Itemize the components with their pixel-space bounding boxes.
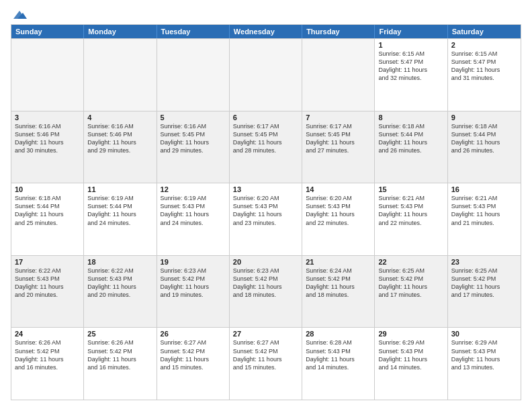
- calendar-cell: 14Sunrise: 6:20 AMSunset: 5:43 PMDayligh…: [302, 183, 375, 255]
- logo: [11, 11, 27, 17]
- cell-info: Sunrise: 6:29 AMSunset: 5:43 PMDaylight:…: [378, 338, 443, 371]
- cell-info: Sunrise: 6:17 AMSunset: 5:45 PMDaylight:…: [306, 122, 371, 155]
- day-number: 27: [233, 330, 298, 338]
- cell-info: Sunrise: 6:21 AMSunset: 5:43 PMDaylight:…: [451, 194, 517, 227]
- cell-info: Sunrise: 6:21 AMSunset: 5:43 PMDaylight:…: [378, 194, 443, 227]
- cell-info: Sunrise: 6:19 AMSunset: 5:43 PMDaylight:…: [161, 194, 226, 227]
- day-number: 9: [451, 113, 517, 122]
- day-number: 10: [15, 185, 80, 193]
- calendar-cell: 29Sunrise: 6:29 AMSunset: 5:43 PMDayligh…: [375, 328, 447, 400]
- cell-info: Sunrise: 6:17 AMSunset: 5:45 PMDaylight:…: [233, 122, 298, 155]
- calendar-cell: 30Sunrise: 6:29 AMSunset: 5:43 PMDayligh…: [448, 328, 521, 400]
- cell-info: Sunrise: 6:20 AMSunset: 5:43 PMDaylight:…: [233, 194, 298, 227]
- calendar-cell: 9Sunrise: 6:18 AMSunset: 5:44 PMDaylight…: [448, 111, 521, 183]
- calendar-cell: 2Sunrise: 6:15 AMSunset: 5:47 PMDaylight…: [448, 39, 521, 111]
- calendar-body: 1Sunrise: 6:15 AMSunset: 5:47 PMDaylight…: [11, 38, 521, 400]
- cell-info: Sunrise: 6:28 AMSunset: 5:43 PMDaylight:…: [306, 338, 371, 371]
- day-number: 30: [451, 330, 517, 338]
- cell-info: Sunrise: 6:20 AMSunset: 5:43 PMDaylight:…: [306, 194, 371, 227]
- cell-info: Sunrise: 6:19 AMSunset: 5:44 PMDaylight:…: [87, 194, 152, 227]
- day-number: 4: [87, 113, 152, 122]
- calendar-cell: 11Sunrise: 6:19 AMSunset: 5:44 PMDayligh…: [84, 183, 157, 255]
- cell-info: Sunrise: 6:16 AMSunset: 5:46 PMDaylight:…: [15, 122, 80, 155]
- logo-icon: [12, 9, 27, 20]
- header-day-monday: Monday: [84, 25, 157, 38]
- day-number: 11: [87, 185, 152, 193]
- day-number: 21: [306, 258, 371, 266]
- calendar-row-2: 3Sunrise: 6:16 AMSunset: 5:46 PMDaylight…: [11, 111, 521, 183]
- cell-info: Sunrise: 6:22 AMSunset: 5:43 PMDaylight:…: [15, 267, 80, 300]
- cell-info: Sunrise: 6:16 AMSunset: 5:46 PMDaylight:…: [87, 122, 152, 155]
- cell-info: Sunrise: 6:25 AMSunset: 5:42 PMDaylight:…: [451, 267, 517, 300]
- calendar-cell: 25Sunrise: 6:26 AMSunset: 5:42 PMDayligh…: [84, 328, 157, 400]
- cell-info: Sunrise: 6:27 AMSunset: 5:42 PMDaylight:…: [161, 338, 226, 371]
- day-number: 6: [233, 113, 298, 122]
- calendar-cell: 10Sunrise: 6:18 AMSunset: 5:44 PMDayligh…: [11, 183, 84, 255]
- day-number: 26: [161, 330, 226, 338]
- calendar-cell: 4Sunrise: 6:16 AMSunset: 5:46 PMDaylight…: [84, 111, 157, 183]
- header-day-thursday: Thursday: [302, 25, 375, 38]
- cell-info: Sunrise: 6:22 AMSunset: 5:43 PMDaylight:…: [87, 267, 152, 300]
- calendar-cell: 17Sunrise: 6:22 AMSunset: 5:43 PMDayligh…: [11, 256, 84, 328]
- day-number: 12: [161, 185, 226, 193]
- calendar-cell: 8Sunrise: 6:18 AMSunset: 5:44 PMDaylight…: [375, 111, 447, 183]
- cell-info: Sunrise: 6:24 AMSunset: 5:42 PMDaylight:…: [306, 267, 371, 300]
- cell-info: Sunrise: 6:16 AMSunset: 5:45 PMDaylight:…: [161, 122, 226, 155]
- calendar-cell: 13Sunrise: 6:20 AMSunset: 5:43 PMDayligh…: [230, 183, 302, 255]
- day-number: 15: [378, 185, 443, 193]
- cell-info: Sunrise: 6:26 AMSunset: 5:42 PMDaylight:…: [15, 338, 80, 371]
- calendar-cell: 3Sunrise: 6:16 AMSunset: 5:46 PMDaylight…: [11, 111, 84, 183]
- cell-info: Sunrise: 6:18 AMSunset: 5:44 PMDaylight:…: [451, 122, 517, 155]
- calendar-cell: 24Sunrise: 6:26 AMSunset: 5:42 PMDayligh…: [11, 328, 84, 400]
- calendar-cell: 5Sunrise: 6:16 AMSunset: 5:45 PMDaylight…: [157, 111, 230, 183]
- calendar-cell: 21Sunrise: 6:24 AMSunset: 5:42 PMDayligh…: [302, 256, 375, 328]
- cell-info: Sunrise: 6:18 AMSunset: 5:44 PMDaylight:…: [15, 194, 80, 227]
- calendar-cell: [302, 39, 375, 111]
- calendar-cell: 28Sunrise: 6:28 AMSunset: 5:43 PMDayligh…: [302, 328, 375, 400]
- day-number: 1: [378, 41, 443, 49]
- cell-info: Sunrise: 6:26 AMSunset: 5:42 PMDaylight:…: [87, 338, 152, 371]
- calendar-cell: 18Sunrise: 6:22 AMSunset: 5:43 PMDayligh…: [84, 256, 157, 328]
- calendar-row-1: 1Sunrise: 6:15 AMSunset: 5:47 PMDaylight…: [11, 38, 521, 111]
- cell-info: Sunrise: 6:23 AMSunset: 5:42 PMDaylight:…: [233, 267, 298, 300]
- calendar-cell: 1Sunrise: 6:15 AMSunset: 5:47 PMDaylight…: [375, 39, 447, 111]
- calendar-cell: [230, 39, 302, 111]
- cell-info: Sunrise: 6:25 AMSunset: 5:42 PMDaylight:…: [378, 267, 443, 300]
- calendar-header: SundayMondayTuesdayWednesdayThursdayFrid…: [11, 25, 521, 38]
- day-number: 16: [451, 185, 517, 193]
- calendar-cell: 22Sunrise: 6:25 AMSunset: 5:42 PMDayligh…: [375, 256, 447, 328]
- day-number: 20: [233, 258, 298, 266]
- day-number: 19: [161, 258, 226, 266]
- day-number: 23: [451, 258, 517, 266]
- day-number: 3: [15, 113, 80, 122]
- calendar-cell: 6Sunrise: 6:17 AMSunset: 5:45 PMDaylight…: [230, 111, 302, 183]
- day-number: 22: [378, 258, 443, 266]
- page: SundayMondayTuesdayWednesdayThursdayFrid…: [0, 0, 532, 411]
- calendar-cell: 26Sunrise: 6:27 AMSunset: 5:42 PMDayligh…: [157, 328, 230, 400]
- calendar-cell: 19Sunrise: 6:23 AMSunset: 5:42 PMDayligh…: [157, 256, 230, 328]
- calendar-row-5: 24Sunrise: 6:26 AMSunset: 5:42 PMDayligh…: [11, 327, 521, 400]
- day-number: 29: [378, 330, 443, 338]
- calendar-cell: 27Sunrise: 6:27 AMSunset: 5:42 PMDayligh…: [230, 328, 302, 400]
- day-number: 7: [306, 113, 371, 122]
- calendar-row-4: 17Sunrise: 6:22 AMSunset: 5:43 PMDayligh…: [11, 255, 521, 328]
- calendar: SundayMondayTuesdayWednesdayThursdayFrid…: [11, 24, 521, 400]
- day-number: 14: [306, 185, 371, 193]
- day-number: 8: [378, 113, 443, 122]
- calendar-cell: 15Sunrise: 6:21 AMSunset: 5:43 PMDayligh…: [375, 183, 447, 255]
- calendar-cell: 12Sunrise: 6:19 AMSunset: 5:43 PMDayligh…: [157, 183, 230, 255]
- cell-info: Sunrise: 6:15 AMSunset: 5:47 PMDaylight:…: [378, 50, 443, 83]
- header-day-tuesday: Tuesday: [157, 25, 230, 38]
- cell-info: Sunrise: 6:18 AMSunset: 5:44 PMDaylight:…: [378, 122, 443, 155]
- cell-info: Sunrise: 6:27 AMSunset: 5:42 PMDaylight:…: [233, 338, 298, 371]
- day-number: 28: [306, 330, 371, 338]
- day-number: 25: [87, 330, 152, 338]
- cell-info: Sunrise: 6:23 AMSunset: 5:42 PMDaylight:…: [161, 267, 226, 300]
- calendar-row-3: 10Sunrise: 6:18 AMSunset: 5:44 PMDayligh…: [11, 183, 521, 255]
- header-day-saturday: Saturday: [448, 25, 521, 38]
- header: [11, 11, 521, 17]
- day-number: 24: [15, 330, 80, 338]
- day-number: 5: [161, 113, 226, 122]
- day-number: 17: [15, 258, 80, 266]
- calendar-cell: 7Sunrise: 6:17 AMSunset: 5:45 PMDaylight…: [302, 111, 375, 183]
